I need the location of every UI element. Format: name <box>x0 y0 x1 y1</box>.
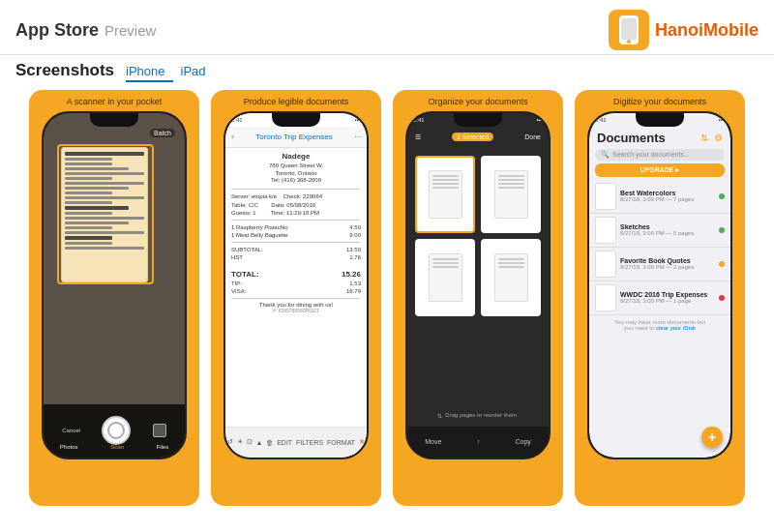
item-row-2: 1 Meat Belly Baguette 9.00 <box>231 231 361 239</box>
search-placeholder: Search your documents... <box>612 151 690 158</box>
cancel-label[interactable]: Cancel <box>62 428 80 433</box>
share-icon[interactable]: ↑ <box>477 438 481 445</box>
brightness-icon[interactable]: ☀ <box>237 438 243 446</box>
delete-icon[interactable]: 🗑 <box>266 439 273 446</box>
documents-title: Documents <box>597 131 666 145</box>
screen3-nav: ☰ 1 Selected Done <box>407 127 549 148</box>
doc-thumb-list-3 <box>595 251 616 278</box>
tip-row: TIP: 1.53 <box>231 280 361 287</box>
sort-icon[interactable]: ⇅ <box>700 133 708 143</box>
photos-tab[interactable]: Photos <box>60 444 78 450</box>
tab-ipad[interactable]: iPad <box>173 64 214 82</box>
screen4-signal: ▪▪▪ <box>719 117 725 123</box>
screen2-time: 2:41 <box>231 117 243 123</box>
upgrade-button[interactable]: UPGRADE ▸ <box>595 163 725 177</box>
tab-iphone[interactable]: iPhone <box>126 64 172 82</box>
doc-inner-1 <box>429 170 462 219</box>
doc-info-3: Favorite Book Quotes 8/27/18, 3:00 PM — … <box>620 257 715 270</box>
back-button[interactable]: ‹ <box>231 133 234 141</box>
screen3-signal: ▪▪▪ <box>537 117 543 123</box>
doc-lines-1 <box>430 171 461 194</box>
scan-button-inner <box>107 422 125 439</box>
doc-list-item-3[interactable]: Favorite Book Quotes 8/27/18, 3:00 PM — … <box>589 248 730 281</box>
clear-link[interactable]: clear your iDisk <box>656 325 696 331</box>
scanner-icon <box>153 424 166 437</box>
doc-line <box>498 183 524 185</box>
total-row: TOTAL: 15.26 <box>231 269 361 280</box>
scanner-tab-row: Photos Scan Files <box>44 444 185 450</box>
item2-label: 1 Meat Belly Baguette <box>231 232 288 238</box>
doc-dot-2 <box>719 227 725 233</box>
notch-1 <box>90 113 138 127</box>
doc-line <box>498 175 524 177</box>
screen2-toolbar: ↺ ☀ ⊡ ▲ 🗑 EDIT FILTERS FORMAT ✕ <box>225 427 367 458</box>
doc-line <box>432 179 459 181</box>
doc-lines-4 <box>495 254 527 274</box>
divider-3 <box>231 242 361 243</box>
doc-thumb-1[interactable] <box>415 156 475 233</box>
visa-row: VISA: 16.79 <box>231 287 361 295</box>
doc-thumb-4[interactable] <box>481 239 541 316</box>
doc-list-item-2[interactable]: Sketches 8/27/18, 3:00 PM — 5 pages <box>589 214 730 248</box>
hint-text: Drag pages to reorder them. <box>445 412 518 418</box>
search-bar[interactable]: 🔍 Search your documents... <box>595 149 725 161</box>
header-left: App Store Preview <box>15 20 156 41</box>
scan-tab[interactable]: Scan <box>110 444 124 450</box>
selected-badge: 1 Selected <box>452 133 493 141</box>
doc-thumb-3[interactable] <box>415 239 475 316</box>
phone-2: 2:41 ▪▪▪ ‹ Toronto Trip Expenses ··· Nad… <box>223 111 369 459</box>
divider-2 <box>231 220 361 221</box>
doc-dot-1 <box>719 193 725 199</box>
ref-text: #: 6345789580P0021 <box>231 308 361 313</box>
screen3-bottom-bar: Move ↑ Copy <box>407 427 549 458</box>
device-tab-bar[interactable]: iPhone iPad <box>126 64 214 82</box>
rotate-icon[interactable]: ↺ <box>227 438 233 446</box>
move-button[interactable]: Move <box>425 438 441 445</box>
fab-button[interactable]: + <box>701 427 723 448</box>
screenshot-card-1: A scanner in your pocket Batch <box>29 90 199 506</box>
hamburger-icon[interactable]: ☰ <box>415 133 421 141</box>
receipt-content: Nadege 780 Queen Street W.Toronto, Ontar… <box>225 148 367 318</box>
files-tab[interactable]: Files <box>156 444 168 450</box>
logo-area: HanoiMobile <box>609 10 759 50</box>
doc-list-item-4[interactable]: WWDC 2016 Trip Expenses 8/27/18, 3:00 PM… <box>589 281 730 315</box>
screen-doc-list: 2:41 ▪▪▪ Documents ⇅ ⚙ 🔍 Search your doc… <box>589 113 730 458</box>
doc-name-1: Best Watercolors <box>620 190 715 196</box>
phone-3: 2:41 ▪▪▪ ☰ 1 Selected Done <box>405 111 551 459</box>
screen2-nav-bar: ‹ Toronto Trip Expenses ··· <box>225 127 367 148</box>
doc-info-4: WWDC 2016 Trip Expenses 8/27/18, 3:00 PM… <box>620 291 715 304</box>
doc-line <box>432 175 459 177</box>
settings-icon[interactable]: ⚙ <box>714 133 723 143</box>
done-button[interactable]: Done <box>524 133 541 140</box>
doc-thumb-2[interactable] <box>481 156 541 233</box>
item1-label: 1 Raspberry Pistachio <box>231 224 288 230</box>
scan-button[interactable] <box>102 416 131 445</box>
doc-meta-1: 8/27/18, 3:00 PM — 7 pages <box>620 196 715 202</box>
screen2-signal: ▪▪▪ <box>355 117 361 123</box>
edit-label[interactable]: EDIT <box>277 439 292 446</box>
close-x[interactable]: ✕ <box>359 438 365 446</box>
filters-label[interactable]: FILTERS <box>296 439 323 446</box>
copy-button[interactable]: Copy <box>515 438 530 445</box>
screen3-time: 2:41 <box>413 117 425 123</box>
drag-icon: ⇅ <box>437 412 442 419</box>
more-options[interactable]: ··· <box>354 133 361 141</box>
header-icons: ⇅ ⚙ <box>700 133 723 143</box>
filter-icon[interactable]: ▲ <box>256 439 263 446</box>
doc-meta-3: 8/27/18, 3:00 PM — 2 pages <box>620 264 715 270</box>
doc-inner-3 <box>429 253 462 302</box>
total-label: TOTAL: <box>231 270 259 279</box>
doc-line <box>432 187 459 189</box>
doc-thumb-list-2 <box>595 217 616 244</box>
format-label[interactable]: FORMAT <box>327 439 355 446</box>
doc-name-2: Sketches <box>620 223 715 230</box>
doc-list-item-1[interactable]: Best Watercolors 8/27/18, 3:00 PM — 7 pa… <box>589 180 730 214</box>
doc-info-1: Best Watercolors 8/27/18, 3:00 PM — 7 pa… <box>620 190 715 202</box>
doc-meta-2: 8/27/18, 3:00 PM — 5 pages <box>620 230 715 236</box>
doc-line <box>498 262 524 264</box>
drag-hint: ⇅ Drag pages to reorder them. <box>407 412 549 419</box>
notch-3 <box>454 113 502 127</box>
search-icon: 🔍 <box>601 151 610 159</box>
item1-price: 4.50 <box>349 224 361 230</box>
crop-icon[interactable]: ⊡ <box>247 438 253 446</box>
